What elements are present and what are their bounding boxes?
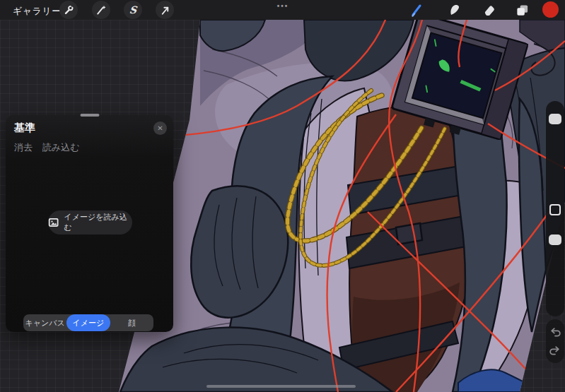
magic-wand-icon [95,4,107,16]
layers-button[interactable] [513,1,530,18]
clear-button[interactable]: 消去 [14,141,33,154]
brush-size-slider-handle[interactable] [549,114,561,124]
top-toolbar: ギャラリー S ••• [0,0,565,20]
canvas-options-dots[interactable]: ••• [272,2,294,10]
brush-sliders-strip [546,101,564,316]
eraser-icon [482,4,496,17]
arrow-cursor-icon [160,5,170,16]
eraser-button[interactable] [480,1,497,18]
undo-redo-group [546,319,564,363]
selection-s-icon: S [129,4,137,16]
panel-title: 基準 [14,121,35,135]
transform-button[interactable] [156,1,174,19]
smudge-finger-icon [448,3,462,17]
modify-button[interactable] [549,204,561,215]
home-indicator[interactable] [206,385,356,388]
tab-canvas[interactable]: キャンバス [23,314,66,331]
smudge-button[interactable] [446,1,463,18]
close-icon[interactable]: ✕ [153,121,167,135]
panel-drag-handle[interactable] [80,114,99,117]
import-image-label: イメージを読み込む [64,212,132,233]
import-image-button[interactable]: イメージを読み込む [48,210,132,234]
paint-brush-button[interactable] [409,1,426,18]
photo-icon [48,218,59,227]
color-swatch-button[interactable] [542,1,559,18]
tab-image[interactable]: イメージ [66,314,110,331]
brush-opacity-slider-handle[interactable] [549,234,561,245]
undo-icon[interactable] [549,326,561,338]
reference-panel: 基準 ✕ 消去 読み込む イメージを読み込む キャンバス イメージ 顔 [6,115,173,332]
panel-actions: 消去 読み込む [14,141,80,154]
actions-button[interactable] [59,1,78,19]
selection-button[interactable]: S [124,1,142,19]
paint-brush-icon [410,3,424,17]
import-action-button[interactable]: 読み込む [42,141,80,154]
adjustments-button[interactable] [92,1,110,19]
layers-icon [516,4,529,17]
reference-tabs: キャンバス イメージ 顔 [23,314,153,331]
redo-icon[interactable] [549,345,561,356]
wrench-icon [63,4,74,16]
gallery-button[interactable]: ギャラリー [13,5,62,18]
tab-face[interactable]: 顔 [110,314,153,331]
